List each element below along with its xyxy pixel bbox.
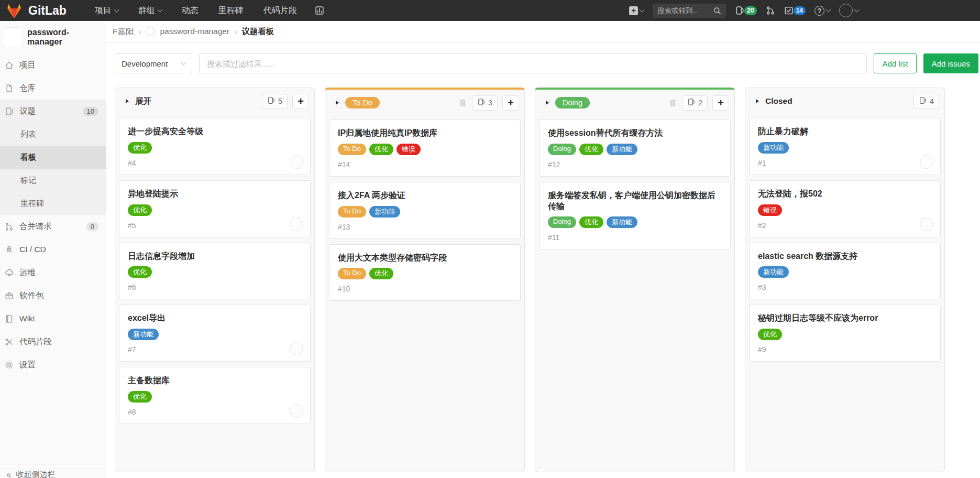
label-pill[interactable]: 优化 [369,268,393,279]
label-pill[interactable]: 新功能 [758,142,789,154]
add-issues-button[interactable]: Add issues [923,53,978,73]
merge-request-icon[interactable] [766,6,775,15]
sidebar-item-wiki[interactable]: Wiki [0,307,106,330]
collapse-sidebar-button[interactable]: « 收起侧边栏 [0,464,106,478]
brand-name[interactable]: GitLab [28,4,67,18]
global-search-input[interactable] [657,7,710,15]
issue-count: 2 [698,99,702,107]
issue-card[interactable]: 使用session替代所有缓存方法Doing优化新功能#12 [539,120,731,177]
sidebar-item-merge-requests[interactable]: 合并请求0 [0,215,106,238]
sidebar-item-repository[interactable]: 仓库 [0,77,106,100]
label-pill[interactable]: 新功能 [607,216,637,228]
issue-card-labels: 新功能 [758,266,932,278]
sidebar-item-issue-board[interactable]: 看板 [0,146,106,169]
new-menu-button[interactable]: + [629,6,644,15]
issue-card[interactable]: 使用大文本类型存储密码字段To Do优化#10 [329,244,521,301]
sidebar-item-issues[interactable]: 议题10 [0,100,106,123]
ops-icon [5,268,14,277]
label-pill[interactable]: 错误 [397,144,421,155]
navbar-issues-button[interactable]: 20 [735,6,756,15]
label-pill[interactable]: 优化 [128,142,152,154]
label-pill[interactable]: 优化 [128,266,152,278]
sidebar-item-settings[interactable]: 设置 [0,353,106,376]
sidebar-project-link[interactable]: password-manager [0,21,106,53]
label-pill[interactable]: 优化 [579,144,603,155]
label-pill[interactable]: 新功能 [128,329,159,340]
issue-card[interactable]: 主备数据库优化#8 [119,367,311,424]
label-pill[interactable]: 新功能 [758,266,789,278]
navbar-todos-button[interactable]: 14 [784,6,806,15]
sidebar-item-issue-list[interactable]: 列表 [0,123,106,146]
collapse-caret-icon[interactable] [756,99,759,103]
nav-item-projects[interactable]: 项目 [95,5,118,16]
breadcrumb-group-link[interactable]: F嘉阳 [113,26,134,37]
issue-number: #14 [338,160,350,169]
issue-card[interactable]: 无法登陆，报502错误#2 [749,180,941,237]
issue-card-title: 服务端签发私钥，客户端使用公钥加密数据后传输 [548,190,722,212]
collapse-caret-icon[interactable] [126,99,129,103]
issue-card[interactable]: elastic search 数据源支持新功能#3 [749,243,941,300]
sidebar-item-milestones[interactable]: 里程碑 [0,192,106,215]
delete-list-icon[interactable] [458,99,467,107]
label-pill[interactable]: 新功能 [369,206,400,218]
label-pill[interactable]: Doing [548,216,576,228]
label-pill[interactable]: 优化 [128,391,152,403]
sidebar-item-snippets[interactable]: 代码片段 [0,330,106,353]
add-issue-button[interactable]: + [712,95,729,111]
issue-card[interactable]: 接入2FA 两步验证To Do新功能#13 [329,182,521,239]
column-header-actions: 2+ [668,95,729,111]
gitlab-tanuki-logo-icon[interactable] [5,3,23,19]
sidebar-item-packages[interactable]: 软件包 [0,284,106,307]
column-header-actions: 3+ [458,95,519,111]
sidebar-item-project-overview[interactable]: 项目 [0,53,106,77]
label-pill[interactable]: 错误 [758,204,782,216]
issue-card[interactable]: 防止暴力破解新功能#1 [749,118,941,175]
collapse-caret-icon[interactable] [546,101,549,105]
pkg-icon [5,291,14,300]
issue-card-labels: 新功能 [128,329,302,340]
user-menu-button[interactable] [839,4,858,17]
board-switcher-dropdown[interactable]: Development [115,53,192,73]
board-filter-input[interactable] [199,53,867,73]
label-pill[interactable]: 新功能 [607,144,637,155]
add-issue-button[interactable]: + [502,95,519,111]
nav-item-label: 群组 [138,5,155,16]
label-pill[interactable]: 优化 [579,216,603,228]
nav-item-label: 动态 [182,5,199,16]
add-list-button[interactable]: Add list [874,53,916,73]
issue-card[interactable]: 秘钥过期日志等级不应该为error优化#9 [749,305,941,362]
breadcrumb-current-page: 议题看板 [241,26,274,37]
label-pill[interactable]: To Do [338,206,366,218]
label-pill[interactable]: 优化 [758,329,782,340]
breadcrumb-project-link[interactable]: password-manager [160,27,229,36]
issue-card[interactable]: 进一步提高安全等级优化#4 [119,118,311,175]
sidebar-item-count-badge: 0 [86,222,98,231]
label-pill[interactable]: To Do [338,144,366,155]
sidebar-item-ci-cd[interactable]: CI / CD [0,238,106,261]
issue-card[interactable]: 异地登陆提示优化#5 [119,180,311,237]
label-pill[interactable]: 优化 [369,144,393,155]
label-pill[interactable]: 优化 [128,204,152,216]
issue-card[interactable]: 服务端签发私钥，客户端使用公钥加密数据后传输Doing优化新功能#11 [539,182,731,250]
add-issue-button[interactable]: + [292,94,309,109]
nav-item-milestones[interactable]: 里程碑 [218,5,244,16]
nav-item-activity[interactable]: 动态 [182,5,199,16]
nav-item-snippets[interactable]: 代码片段 [263,5,297,16]
sidebar-item-operations[interactable]: 运维 [0,261,106,284]
nav-item-groups[interactable]: 群组 [138,5,162,16]
board-column-open: 展开5+进一步提高安全等级优化#4异地登陆提示优化#5日志信息字段增加优化#6e… [115,88,315,472]
issue-card[interactable]: 日志信息字段增加优化#6 [119,243,311,300]
chart-icon[interactable] [315,6,324,15]
issues-icon [735,6,744,15]
sidebar-item-labels[interactable]: 标记 [0,169,106,192]
issue-card[interactable]: excel导出新功能#7 [119,305,311,362]
column-header-actions: 5+ [262,94,309,109]
column-title: To Do [345,97,380,108]
column-header: Doing2+ [535,90,734,116]
collapse-caret-icon[interactable] [336,101,339,105]
label-pill[interactable]: To Do [338,268,366,279]
issue-card[interactable]: IP归属地使用纯真IP数据库To Do优化错误#14 [329,120,521,177]
delete-list-icon[interactable] [668,99,677,107]
label-pill[interactable]: Doing [548,144,576,155]
help-menu-button[interactable]: ? [814,6,830,16]
